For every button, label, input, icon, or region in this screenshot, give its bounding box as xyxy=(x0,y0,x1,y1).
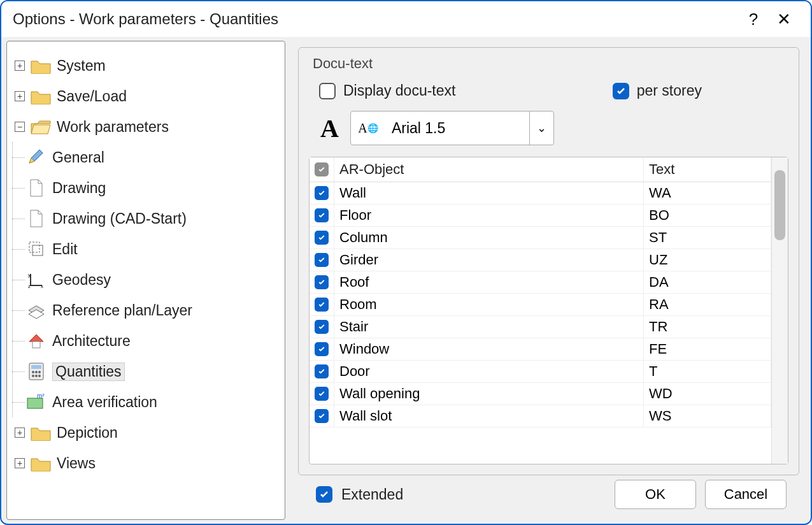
row-checkbox[interactable] xyxy=(315,387,329,401)
row-checkbox[interactable] xyxy=(315,364,329,378)
table-row[interactable]: Wall openingWD xyxy=(310,383,771,405)
cancel-button[interactable]: Cancel xyxy=(705,480,787,509)
tree-item-general[interactable]: General xyxy=(13,142,280,173)
extended-checkbox[interactable] xyxy=(316,486,332,503)
table-row[interactable]: WindowFE xyxy=(310,338,771,361)
close-button[interactable]: ✕ xyxy=(769,10,799,29)
tree-item-views[interactable]: + Views xyxy=(12,448,280,478)
tree-label: Save/Load xyxy=(57,88,127,105)
cell-text: WA xyxy=(644,182,771,205)
ok-button[interactable]: OK xyxy=(615,480,696,509)
header-checkbox[interactable] xyxy=(315,162,329,176)
row-checkbox[interactable] xyxy=(315,298,329,312)
svg-point-9 xyxy=(35,371,38,373)
table-row[interactable]: FloorBO xyxy=(310,205,771,227)
tree-item-edit[interactable]: Edit xyxy=(13,234,280,264)
tree-item-areaverif[interactable]: m² Area verification xyxy=(13,387,280,417)
row-checkbox[interactable] xyxy=(315,231,329,245)
cell-object: Floor xyxy=(334,205,644,227)
table-row[interactable]: RoofDA xyxy=(310,271,771,294)
table-row[interactable]: RoomRA xyxy=(310,294,771,316)
calculator-icon xyxy=(25,362,47,381)
cell-object: Wall xyxy=(334,182,644,205)
house-icon xyxy=(25,331,47,350)
svg-rect-5 xyxy=(32,342,40,348)
table-row[interactable]: ColumnST xyxy=(310,227,771,249)
tree-item-system[interactable]: + System xyxy=(12,50,280,81)
layers-icon xyxy=(25,301,47,320)
tree-item-drawing[interactable]: Drawing xyxy=(13,173,280,203)
row-checkbox[interactable] xyxy=(315,253,329,267)
cell-object: Door xyxy=(334,361,644,383)
table-row[interactable]: GirderUZ xyxy=(310,249,771,271)
file-icon xyxy=(25,178,47,198)
tree-label: Area verification xyxy=(52,394,157,411)
font-a-icon: A xyxy=(320,113,339,143)
tree-label: Geodesy xyxy=(52,271,111,289)
cell-text: RA xyxy=(644,294,771,316)
docu-text-group: Docu-text Display docu-text per storey A xyxy=(298,47,799,475)
collapse-icon[interactable]: − xyxy=(15,122,25,132)
folder-open-icon xyxy=(30,117,52,136)
expand-icon[interactable]: + xyxy=(15,428,25,438)
chevron-down-icon[interactable]: ⌄ xyxy=(529,111,553,145)
tree-item-refplan[interactable]: Reference plan/Layer xyxy=(13,295,280,326)
pencil-icon xyxy=(25,148,47,167)
row-checkbox[interactable] xyxy=(315,342,329,356)
axes-icon: yxz xyxy=(25,270,47,289)
tree-label: Views xyxy=(57,455,96,472)
edit-icon xyxy=(25,240,47,259)
per-storey-checkbox[interactable] xyxy=(613,83,629,99)
cell-object: Girder xyxy=(334,249,644,271)
tree-label: Edit xyxy=(52,241,78,258)
tree-item-saveload[interactable]: + Save/Load xyxy=(12,81,280,111)
tree-item-architecture[interactable]: Architecture xyxy=(13,326,280,356)
font-globe-icon: A🌐 xyxy=(351,121,385,136)
row-checkbox[interactable] xyxy=(315,186,329,200)
display-docu-checkbox[interactable] xyxy=(319,83,336,99)
tree-item-drawing-cad[interactable]: Drawing (CAD-Start) xyxy=(13,203,280,234)
cell-object: Stair xyxy=(334,316,644,338)
scrollbar[interactable] xyxy=(771,157,788,464)
svg-point-13 xyxy=(38,375,41,377)
row-checkbox[interactable] xyxy=(315,320,329,334)
row-checkbox[interactable] xyxy=(315,409,329,423)
svg-rect-14 xyxy=(27,398,43,408)
tree-label: Drawing xyxy=(52,180,106,197)
table-row[interactable]: StairTR xyxy=(310,316,771,338)
scroll-thumb[interactable] xyxy=(774,170,785,240)
cell-text: TR xyxy=(644,316,771,338)
expand-icon[interactable]: + xyxy=(15,91,25,101)
col-text[interactable]: Text xyxy=(644,157,771,182)
tree-item-depiction[interactable]: + Depiction xyxy=(12,417,280,448)
font-combo[interactable]: A🌐 Arial 1.5 ⌄ xyxy=(350,111,554,145)
area-icon: m² xyxy=(25,392,47,412)
table-row[interactable]: Wall slotWS xyxy=(310,405,771,428)
cell-text: WD xyxy=(644,383,771,405)
svg-point-10 xyxy=(38,371,41,373)
tree-label: Depiction xyxy=(57,424,118,442)
tree-label: Reference plan/Layer xyxy=(52,302,192,319)
tree-label: System xyxy=(57,57,106,75)
cell-object: Wall slot xyxy=(334,405,644,428)
dialog-title: Options - Work parameters - Quantities xyxy=(13,10,738,28)
file-icon xyxy=(25,209,47,228)
cell-text: T xyxy=(644,361,771,383)
row-checkbox[interactable] xyxy=(315,208,329,222)
svg-text:z: z xyxy=(28,284,31,289)
tree-label: General xyxy=(52,149,104,166)
table-row[interactable]: DoorT xyxy=(310,361,771,383)
tree-item-workparams[interactable]: − Work parameters xyxy=(12,111,280,142)
table-row[interactable]: WallWA xyxy=(310,182,771,205)
cell-text: BO xyxy=(644,205,771,227)
cell-text: WS xyxy=(644,405,771,428)
expand-icon[interactable]: + xyxy=(15,458,25,468)
tree-item-geodesy[interactable]: yxz Geodesy xyxy=(13,264,280,295)
expand-icon[interactable]: + xyxy=(15,61,25,71)
svg-point-11 xyxy=(32,375,34,377)
tree-item-quantities[interactable]: Quantities xyxy=(13,356,280,387)
row-checkbox[interactable] xyxy=(315,275,329,289)
help-button[interactable]: ? xyxy=(738,10,769,29)
extended-label: Extended xyxy=(341,486,403,503)
col-arobject[interactable]: AR-Object xyxy=(334,157,644,182)
